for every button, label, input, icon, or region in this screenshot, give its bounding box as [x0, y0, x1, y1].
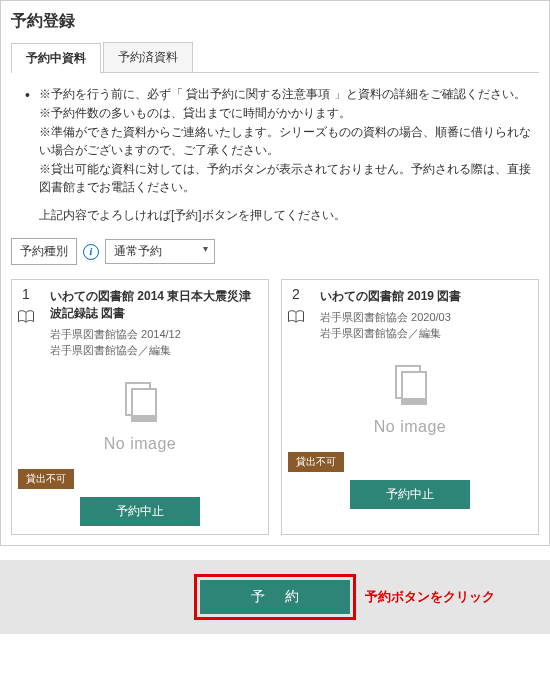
noimage-icon — [390, 362, 430, 412]
book-icon — [12, 308, 40, 327]
info-line: ※貸出可能な資料に対しては、予約ボタンが表示されておりません。予約される際は、直… — [39, 160, 539, 196]
tab-reserved[interactable]: 予約済資料 — [103, 42, 193, 72]
reserve-button-highlight: 予 約 — [194, 574, 356, 620]
card-meta: 岩手県図書館協会 2020/03 — [320, 309, 528, 326]
info-line: ※予約を行う前に、必ず「 貸出予約に関する注意事項 」と資料の詳細をご確認くださ… — [39, 85, 539, 103]
card-image-placeholder: No image — [282, 342, 538, 446]
noimage-text: No image — [104, 435, 176, 453]
card-number: 1 — [12, 280, 40, 308]
svg-rect-7 — [402, 398, 426, 404]
card-meta: 岩手県図書館協会 2014/12 — [50, 326, 258, 343]
card-title: いわての図書館 2014 東日本大震災津波記録誌 図書 — [50, 288, 258, 322]
unavailable-badge: 貸出不可 — [18, 469, 74, 489]
reserve-button[interactable]: 予 約 — [200, 580, 350, 614]
noimage-icon — [120, 379, 160, 429]
card-meta: 岩手県図書館協会／編集 — [50, 342, 258, 359]
reservation-type-select[interactable]: 通常予約 — [105, 239, 215, 264]
cards-container: 1 いわての図書館 2014 東日本大震災津波記録誌 図書 岩手県図書館協会 2… — [11, 279, 539, 535]
action-bar: 予 約 予約ボタンをクリック — [0, 560, 550, 634]
cancel-reservation-button[interactable]: 予約中止 — [80, 497, 200, 526]
info-line: ※準備ができた資料からご連絡いたします。シリーズものの資料の場合、順番に借りられ… — [39, 123, 539, 159]
unavailable-badge: 貸出不可 — [288, 452, 344, 472]
svg-rect-3 — [132, 415, 156, 421]
tab-reserving[interactable]: 予約中資料 — [11, 43, 101, 73]
noimage-text: No image — [374, 418, 446, 436]
info-line: 上記内容でよろしければ[予約]ボタンを押してください。 — [39, 206, 539, 224]
page-title: 予約登録 — [11, 11, 539, 32]
info-icon[interactable]: i — [83, 244, 99, 260]
book-icon — [282, 308, 310, 327]
card-number: 2 — [282, 280, 310, 308]
card-meta: 岩手県図書館協会／編集 — [320, 325, 528, 342]
reservation-card: 1 いわての図書館 2014 東日本大震災津波記録誌 図書 岩手県図書館協会 2… — [11, 279, 269, 535]
info-line: ※予約件数の多いものは、貸出までに時間がかかります。 — [39, 104, 539, 122]
card-title: いわての図書館 2019 図書 — [320, 288, 528, 305]
reservation-card: 2 いわての図書館 2019 図書 岩手県図書館協会 2020/03 岩手県図書… — [281, 279, 539, 535]
tabs: 予約中資料 予約済資料 — [11, 42, 539, 73]
reserve-instruction: 予約ボタンをクリック — [365, 588, 495, 606]
cancel-reservation-button[interactable]: 予約中止 — [350, 480, 470, 509]
info-list: ※予約を行う前に、必ず「 貸出予約に関する注意事項 」と資料の詳細をご確認くださ… — [11, 85, 539, 224]
reservation-type-row: 予約種別 i 通常予約 — [11, 238, 539, 265]
reservation-type-label: 予約種別 — [11, 238, 77, 265]
card-image-placeholder: No image — [12, 359, 268, 463]
